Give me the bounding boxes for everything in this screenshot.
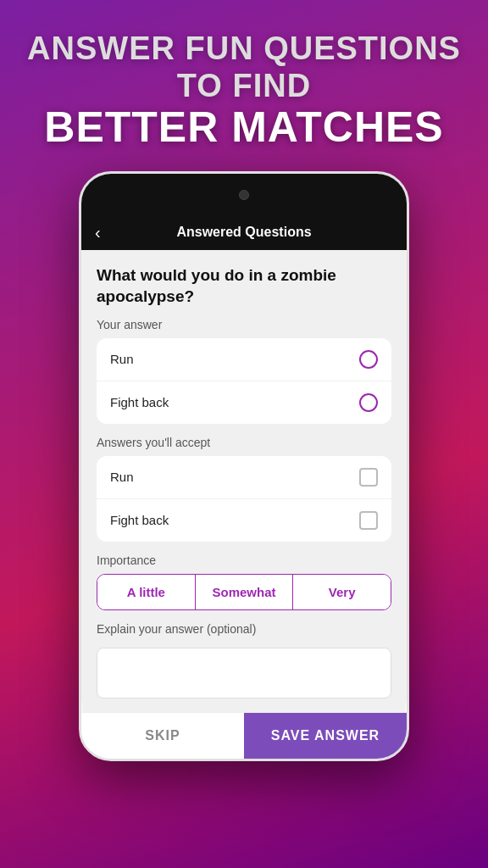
question-text: What would you do in a zombie apocalypse… [97,265,391,307]
radio-fightback-your[interactable] [359,393,378,412]
accept-options: Run Fight back [97,456,391,542]
option-run-accept-label: Run [110,470,134,484]
app-content: What would you do in a zombie apocalypse… [81,250,407,701]
importance-tabs: A little Somewhat Very [97,574,391,610]
phone-camera [239,190,249,200]
option-run-your-label: Run [110,352,134,366]
importance-tab-alittle[interactable]: A little [97,575,195,609]
your-answer-label: Your answer [97,318,391,331]
skip-button[interactable]: SKIP [81,713,244,759]
phone-top-bar [81,174,407,216]
option-fightback-accept[interactable]: Fight back [97,499,391,542]
headline: ANSWER FUN QUESTIONS TO FIND BETTER MATC… [0,0,488,171]
option-run-your[interactable]: Run [97,338,391,381]
back-button[interactable]: ‹ [95,223,101,242]
option-fightback-your[interactable]: Fight back [97,381,391,424]
option-fightback-accept-label: Fight back [110,513,169,527]
app-header: ‹ Answered Questions [81,216,407,250]
importance-tab-somewhat[interactable]: Somewhat [195,575,293,609]
checkbox-fightback-accept[interactable] [359,511,378,530]
app-title: Answered Questions [95,225,393,240]
explain-section: Explain your answer (optional) [97,622,391,702]
importance-label: Importance [97,554,391,567]
importance-tab-very[interactable]: Very [292,575,391,609]
option-run-accept[interactable]: Run [97,456,391,499]
importance-section: Importance A little Somewhat Very [97,554,391,610]
explain-label: Explain your answer (optional) [97,622,391,636]
explain-textarea[interactable] [97,648,391,698]
save-button[interactable]: SAVE ANSWER [244,713,407,759]
option-fightback-your-label: Fight back [110,395,169,409]
bottom-actions: SKIP SAVE ANSWER [81,712,407,759]
your-answer-options: Run Fight back [97,338,391,424]
phone-frame: ‹ Answered Questions What would you do i… [79,171,409,760]
headline-bottom: BETTER MATCHES [25,104,463,151]
headline-top: ANSWER FUN QUESTIONS TO FIND [25,31,463,104]
radio-run-your[interactable] [359,350,378,369]
accept-label: Answers you'll accept [97,436,391,449]
checkbox-run-accept[interactable] [359,468,378,487]
